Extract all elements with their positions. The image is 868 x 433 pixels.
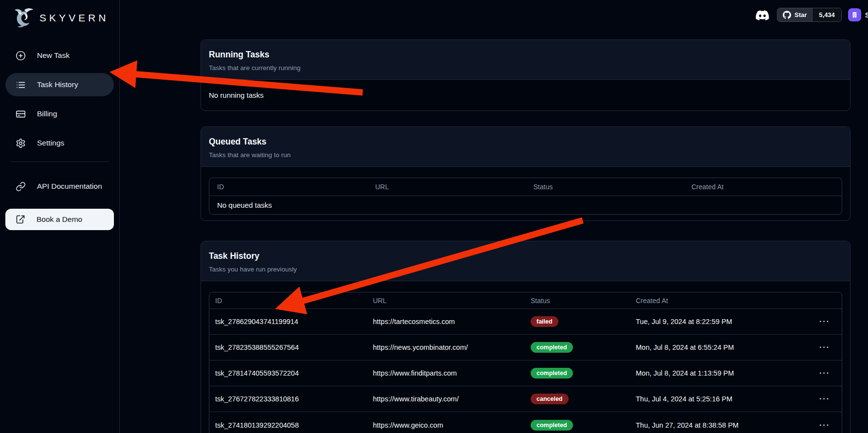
row-actions-button[interactable]: ··· [813,393,836,405]
table-row[interactable]: tsk_276727822333810816 https://www.tirab… [209,386,842,412]
task-url-cell: https://www.tirabeauty.com/ [367,395,525,403]
sidebar-item-label: Settings [37,139,64,147]
credit-card-icon [16,109,26,119]
task-actions-cell: ··· [795,393,842,405]
task-created-cell: Mon, Jul 8, 2024 at 1:13:59 PM [630,369,795,377]
task-history-header: Task History Tasks you have run previous… [201,241,850,281]
table-header-row: ID URL Status Created At [209,292,842,309]
task-status-cell: failed [525,316,630,327]
status-badge: completed [531,368,573,379]
external-link-icon [16,215,25,224]
task-history-body: ID URL Status Created At tsk_27862904374… [201,281,850,433]
empty-message: No running tasks [209,91,264,99]
sidebar-item-label: API Documentation [37,182,102,191]
sidebar-item-new-task[interactable]: New Task [5,44,114,67]
card-subtitle: Tasks that are waiting to run [209,151,842,159]
row-actions-button[interactable]: ··· [813,315,836,328]
row-actions-button[interactable]: ··· [813,367,836,379]
column-header-status: Status [525,297,630,305]
task-created-cell: Thu, Jul 4, 2024 at 5:25:16 PM [630,395,795,403]
row-actions-button[interactable]: ··· [813,419,836,432]
task-url-cell: https://www.finditparts.com [367,369,525,377]
sidebar-divider [10,162,109,162]
task-actions-cell: ··· [795,419,842,432]
column-header-created-at: Created At [630,297,795,305]
queued-tasks-header: Queued Tasks Tasks that are waiting to r… [201,127,850,167]
sidebar-item-api-documentation[interactable]: API Documentation [5,175,114,198]
task-history-card: Task History Tasks you have run previous… [201,241,850,433]
task-status-cell: canceled [525,394,630,404]
task-status-cell: completed [525,368,630,379]
discord-icon[interactable] [754,9,771,23]
plus-circle-icon [16,51,26,61]
book-a-demo-label: Book a Demo [37,215,82,224]
task-id-cell: tsk_276727822333810816 [209,395,367,403]
task-status-cell: completed [525,342,630,353]
task-actions-cell: ··· [795,341,842,354]
task-url-cell: https://www.geico.com [367,421,525,429]
sidebar-item-label: New Task [37,51,70,60]
task-id-cell: tsk_278147405593572204 [209,369,367,377]
task-url-cell: https://news.ycombinator.com/ [367,343,525,351]
gear-icon [16,138,26,148]
task-id-cell: tsk_278629043741199914 [209,318,367,325]
task-created-cell: Thu, Jun 27, 2024 at 8:38:58 PM [630,421,795,429]
task-history-tbody: tsk_278629043741199914 https://tartecosm… [209,309,842,433]
sidebar-item-billing[interactable]: Billing [5,102,114,126]
card-subtitle: Tasks that are currently running [209,64,842,72]
empty-message: No queued tasks [209,196,842,214]
book-a-demo-button[interactable]: Book a Demo [5,209,114,230]
running-tasks-body: No running tasks [201,80,850,110]
task-id-cell: tsk_278235388555267564 [209,343,367,351]
table-row[interactable]: tsk_274180139292204058 https://www.geico… [209,412,842,433]
column-header-status: Status [526,183,684,191]
brand-name: SKYVERN [39,12,109,24]
brand-logo: SKYVERN [5,5,114,31]
sidebar: SKYVERN New Task Task History [0,0,120,433]
column-header-created-at: Created At [683,183,842,191]
status-badge: completed [531,342,573,353]
card-subtitle: Tasks you have run previously [209,266,842,273]
task-id-cell: tsk_274180139292204058 [209,421,367,429]
github-star-count[interactable]: 5,434 [812,8,841,21]
avatar[interactable] [848,8,861,21]
status-badge: failed [531,316,558,327]
user-name[interactable]: S [865,11,868,19]
task-history-table: ID URL Status Created At tsk_27862904374… [209,292,842,433]
column-header-id: ID [209,297,367,305]
running-tasks-header: Running Tasks Tasks that are currently r… [201,40,850,80]
github-star-button[interactable]: Star [777,8,812,21]
sidebar-item-settings[interactable]: Settings [5,131,114,155]
github-star-label: Star [794,11,807,18]
card-title: Running Tasks [209,50,842,60]
task-created-cell: Tue, Jul 9, 2024 at 8:22:59 PM [630,318,795,325]
skyvern-dragon-logo-icon [13,7,35,29]
card-title: Task History [209,251,842,261]
queued-tasks-table: ID URL Status Created At No queued tasks [209,178,842,215]
status-badge: completed [531,420,573,431]
table-header-row: ID URL Status Created At [209,178,842,196]
table-row[interactable]: tsk_278629043741199914 https://tartecosm… [209,309,842,335]
task-created-cell: Mon, Jul 8, 2024 at 6:55:24 PM [630,343,795,351]
building-icon [851,11,858,18]
sidebar-secondary-nav: API Documentation Book a Demo [5,175,114,230]
sidebar-item-label: Billing [37,109,57,118]
queued-tasks-body: ID URL Status Created At No queued tasks [201,167,850,220]
column-header-url: URL [368,183,526,191]
github-logo-icon [783,11,791,19]
task-actions-cell: ··· [795,315,842,328]
column-header-url: URL [367,297,525,305]
running-tasks-card: Running Tasks Tasks that are currently r… [201,39,850,111]
table-row[interactable]: tsk_278235388555267564 https://news.ycom… [209,335,842,361]
task-status-cell: completed [525,420,630,431]
queued-tasks-card: Queued Tasks Tasks that are waiting to r… [201,126,850,221]
card-title: Queued Tasks [209,137,842,147]
task-actions-cell: ··· [795,367,842,379]
sidebar-nav: New Task Task History Billing [5,44,114,155]
row-actions-button[interactable]: ··· [813,341,836,354]
status-badge: canceled [531,394,569,404]
sidebar-item-task-history[interactable]: Task History [5,73,114,96]
github-star-widget: Star 5,434 [777,8,842,22]
list-icon [16,80,26,90]
table-row[interactable]: tsk_278147405593572204 https://www.findi… [209,361,842,386]
